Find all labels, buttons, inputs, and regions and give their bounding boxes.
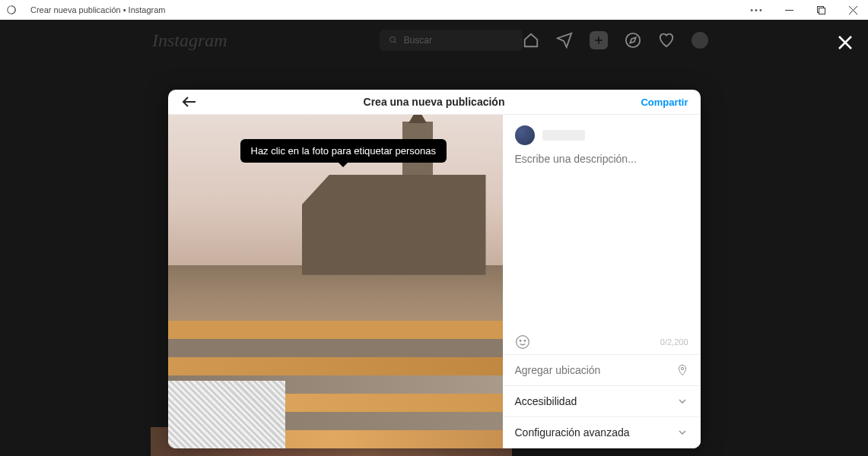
explore-icon[interactable] xyxy=(625,32,641,49)
window-titlebar: Crear nueva publicación • Instagram ••• xyxy=(0,0,868,20)
svg-marker-11 xyxy=(630,37,635,43)
svg-point-16 xyxy=(520,340,521,342)
caption-input[interactable] xyxy=(515,153,688,244)
modal-header: Crea una nueva publicación Compartir xyxy=(168,90,701,115)
svg-point-10 xyxy=(626,33,640,47)
svg-point-17 xyxy=(524,340,526,342)
location-icon xyxy=(676,364,688,376)
close-button[interactable] xyxy=(844,1,862,19)
window-controls: ••• xyxy=(748,1,862,19)
tag-tooltip: Haz clic en la foto para etiquetar perso… xyxy=(240,139,447,163)
svg-point-15 xyxy=(516,336,529,349)
svg-line-7 xyxy=(394,42,396,44)
search-input[interactable]: Buscar xyxy=(380,30,523,51)
post-details-panel: 0/2,200 Accesibilidad xyxy=(503,115,701,448)
chevron-down-icon xyxy=(676,395,688,407)
location-input[interactable] xyxy=(515,364,676,376)
user-avatar[interactable] xyxy=(515,125,535,145)
instagram-logo[interactable]: Instagram xyxy=(152,30,227,51)
share-button[interactable]: Compartir xyxy=(641,97,688,108)
app-icon xyxy=(6,5,17,15)
chevron-down-icon xyxy=(676,426,688,439)
messages-icon[interactable] xyxy=(556,32,573,49)
modal-close-button[interactable] xyxy=(836,33,854,52)
home-icon[interactable] xyxy=(523,32,539,49)
svg-point-18 xyxy=(681,367,683,369)
modal-body: Haz clic en la foto para etiquetar perso… xyxy=(168,115,701,448)
create-post-modal: Crea una nueva publicación Compartir xyxy=(168,90,701,448)
advanced-label: Configuración avanzada xyxy=(515,426,630,439)
character-count: 0/2,200 xyxy=(660,337,688,347)
advanced-settings-row[interactable]: Configuración avanzada xyxy=(503,417,701,448)
activity-icon[interactable] xyxy=(658,32,675,49)
back-button[interactable] xyxy=(180,93,199,111)
caption-footer: 0/2,200 xyxy=(503,330,701,355)
app-container: Instagram Buscar xyxy=(0,20,868,456)
search-icon xyxy=(389,36,398,45)
search-placeholder: Buscar xyxy=(404,35,432,46)
modal-title: Crea una nueva publicación xyxy=(364,96,505,108)
topbar: Instagram Buscar xyxy=(0,20,868,61)
maximize-button[interactable] xyxy=(812,1,830,19)
accessibility-label: Accesibilidad xyxy=(515,395,577,407)
window-title: Crear nueva publicación • Instagram xyxy=(30,5,748,14)
emoji-button[interactable] xyxy=(515,334,530,350)
svg-rect-3 xyxy=(819,8,825,14)
nav-icons xyxy=(523,31,708,49)
new-post-icon[interactable] xyxy=(590,31,608,49)
minimize-button[interactable] xyxy=(780,1,798,19)
svg-point-6 xyxy=(389,37,395,43)
caption-area xyxy=(503,153,701,330)
accessibility-row[interactable]: Accesibilidad xyxy=(503,386,701,417)
profile-avatar[interactable] xyxy=(692,32,708,49)
username xyxy=(542,130,585,141)
user-header xyxy=(503,115,701,153)
more-button[interactable]: ••• xyxy=(748,1,766,19)
location-row[interactable] xyxy=(503,355,701,386)
photo-preview[interactable]: Haz clic en la foto para etiquetar perso… xyxy=(168,115,503,448)
